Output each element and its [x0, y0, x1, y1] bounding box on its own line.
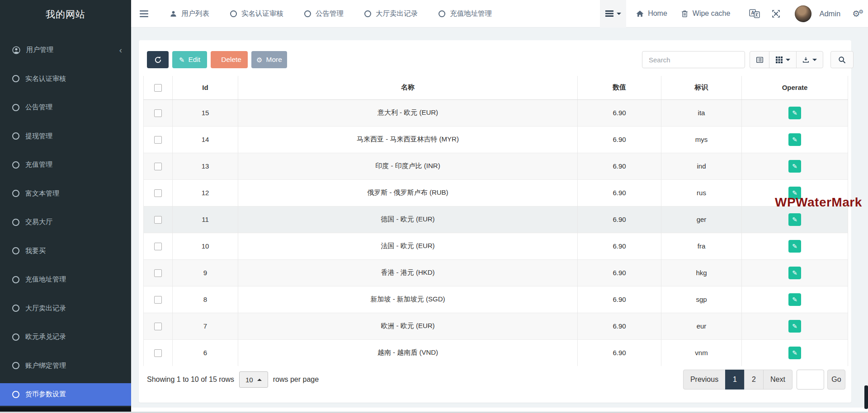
row-checkbox[interactable] — [154, 109, 162, 117]
topbar-tab-1[interactable]: 用户列表 — [170, 9, 209, 19]
table-row[interactable]: 12俄罗斯 - 俄罗斯卢布 (RUB)6.90rus✎ — [144, 179, 848, 206]
row-checkbox[interactable] — [154, 296, 162, 304]
table-row[interactable]: 14马来西亚 - 马来西亚林吉特 (MYR)6.90mys✎ — [144, 126, 848, 153]
cell-tag: mys — [661, 126, 742, 153]
row-checkbox[interactable] — [154, 243, 162, 250]
pagination-info: Showing 1 to 10 of 15 rows 10 rows per p… — [147, 370, 319, 390]
row-checkbox[interactable] — [154, 216, 162, 224]
search-button[interactable] — [830, 51, 854, 68]
delete-button[interactable]: Delete — [211, 51, 248, 68]
row-checkbox[interactable] — [154, 136, 162, 144]
sidebar-item-2: 实名认证审核 — [0, 65, 131, 94]
sidebar-link[interactable]: 充值管理 — [0, 154, 131, 176]
go-button[interactable]: Go — [827, 370, 845, 390]
toggle-view-button[interactable] — [750, 51, 769, 68]
row-checkbox[interactable] — [154, 163, 162, 170]
language-switch-icon[interactable]: A — [749, 9, 760, 19]
cell-name: 俄罗斯 - 俄罗斯卢布 (RUB) — [238, 179, 578, 206]
avatar[interactable] — [795, 5, 811, 22]
cell-value: 6.90 — [578, 99, 661, 126]
wipe-cache-button[interactable]: Wipe cache — [681, 9, 731, 18]
admin-menu[interactable]: Admin — [819, 9, 840, 18]
col-tag[interactable]: 标识 — [661, 76, 742, 99]
previous-page-button[interactable]: Previous — [683, 370, 726, 390]
row-edit-button[interactable]: ✎ — [788, 240, 801, 253]
table-row[interactable]: 9香港 - 港元 (HKD)6.90hkg✎ — [144, 259, 848, 286]
sidebar-link[interactable]: 充值地址管理 — [0, 268, 131, 291]
page-button-2[interactable]: 2 — [744, 370, 764, 390]
delete-label: Delete — [221, 56, 241, 64]
row-checkbox[interactable] — [154, 323, 162, 330]
row-checkbox[interactable] — [154, 349, 162, 357]
cell-id: 6 — [173, 339, 238, 366]
cell-tag: vnm — [661, 339, 742, 366]
cell-id: 12 — [173, 179, 238, 206]
page-jump-input[interactable] — [797, 370, 824, 390]
columns-button[interactable] — [769, 51, 797, 68]
home-button[interactable]: Home — [636, 9, 667, 18]
sidebar-link[interactable]: 用户管理‹ — [0, 39, 131, 61]
select-all-checkbox[interactable] — [154, 84, 162, 92]
topbar-tab-5[interactable]: 充值地址管理 — [439, 9, 492, 19]
row-edit-button[interactable]: ✎ — [788, 320, 801, 333]
col-value[interactable]: 数值 — [578, 76, 661, 99]
sidebar-link[interactable]: 交易大厅 — [0, 211, 131, 234]
row-edit-button[interactable]: ✎ — [788, 267, 801, 279]
sidebar-link[interactable]: 我要买 — [0, 239, 131, 262]
tabs-list-dropdown[interactable] — [600, 0, 626, 28]
next-page-button[interactable]: Next — [763, 370, 793, 390]
table-row[interactable]: 6越南 - 越南盾 (VND)6.90vnm✎ — [144, 339, 848, 366]
sidebar-item-label: 我要买 — [25, 247, 46, 255]
scrollbar-thumb[interactable] — [864, 385, 868, 409]
sidebar-link[interactable]: 货币参数设置 — [0, 383, 131, 406]
fullscreen-icon[interactable] — [772, 9, 780, 18]
topbar-tab-3[interactable]: 公告管理 — [304, 9, 344, 19]
sidebar-link[interactable]: 实名认证审核 — [0, 67, 131, 90]
circle-icon — [12, 190, 19, 197]
circle-icon — [12, 132, 19, 140]
table-row[interactable]: 15意大利 - 欧元 (EUR)6.90ita✎ — [144, 99, 848, 126]
cell-operate: ✎ — [742, 313, 848, 339]
topbar-tab-4[interactable]: 大厅卖出记录 — [364, 9, 418, 19]
sidebar-link[interactable]: 富文本管理 — [0, 182, 131, 205]
row-edit-button[interactable]: ✎ — [788, 133, 801, 146]
export-button[interactable] — [796, 51, 823, 68]
sidebar-toggle-icon[interactable] — [140, 10, 148, 17]
col-id[interactable]: Id — [173, 76, 238, 99]
sidebar-link[interactable]: 大厅卖出记录 — [0, 297, 131, 319]
row-edit-button[interactable]: ✎ — [788, 107, 801, 119]
chevron-down-icon — [786, 59, 790, 61]
table-row[interactable]: 10法国 - 欧元 (EUR)6.90fra✎ — [144, 233, 848, 259]
table-row[interactable]: 7欧洲 - 欧元 (EUR)6.90eur✎ — [144, 313, 848, 339]
row-checkbox[interactable] — [154, 269, 162, 277]
table-row[interactable]: 11德国 - 欧元 (EUR)6.90ger✎ — [144, 206, 848, 233]
col-name[interactable]: 名称 — [238, 76, 578, 99]
rows-per-page-label: rows per page — [273, 375, 319, 384]
sidebar-item-4: 提现管理 — [0, 122, 131, 151]
edit-button[interactable]: ✎ Edit — [172, 51, 207, 68]
page-button-1[interactable]: 1 — [725, 370, 745, 390]
row-edit-button[interactable]: ✎ — [788, 347, 801, 359]
sidebar-link[interactable]: 提现管理 — [0, 125, 131, 147]
row-checkbox[interactable] — [154, 189, 162, 197]
pagination-summary: Showing 1 to 10 of 15 rows — [147, 375, 234, 384]
sidebar-link[interactable]: 公告管理 — [0, 96, 131, 119]
circle-icon — [12, 161, 19, 169]
row-edit-button[interactable]: ✎ — [788, 160, 801, 173]
row-edit-button[interactable]: ✎ — [788, 213, 801, 226]
sidebar-item-label: 交易大厅 — [25, 218, 52, 226]
table-row[interactable]: 8新加坡 - 新加坡元 (SGD)6.90sgp✎ — [144, 286, 848, 313]
sidebar-link[interactable]: 欧元承兑记录 — [0, 326, 131, 348]
page-size-dropdown[interactable]: 10 — [239, 371, 268, 388]
sidebar-menu: 用户管理‹实名认证审核公告管理提现管理充值管理富文本管理交易大厅我要买充值地址管… — [0, 36, 131, 409]
sidebar-link[interactable]: 账户绑定管理 — [0, 354, 131, 377]
search-input[interactable] — [642, 51, 745, 68]
topbar-tab-2[interactable]: 实名认证审核 — [230, 9, 283, 19]
tab-label: 公告管理 — [316, 9, 344, 19]
table-row[interactable]: 13印度 - 印度卢比 (INR)6.90ind✎ — [144, 153, 848, 179]
more-button[interactable]: ⚙ More — [251, 51, 287, 68]
refresh-button[interactable] — [147, 51, 169, 68]
row-edit-button[interactable]: ✎ — [788, 293, 801, 306]
settings-gears-icon[interactable]: ⚙⚙ — [852, 9, 863, 18]
sidebar-item-label: 账户绑定管理 — [25, 361, 66, 370]
